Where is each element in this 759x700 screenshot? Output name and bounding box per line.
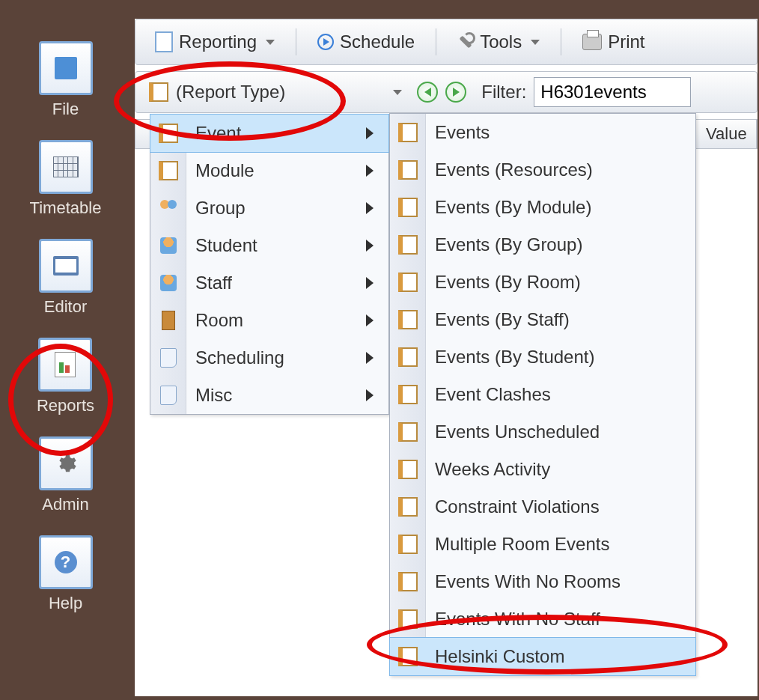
submenu-item-label: Events (By Module) <box>435 197 689 218</box>
submenu-item[interactable]: Events <box>390 114 695 151</box>
submenu-item[interactable]: Events (By Student) <box>390 338 695 376</box>
report-bar: (Report Type) Filter: <box>135 71 758 113</box>
separator <box>561 28 561 55</box>
separator <box>296 28 296 55</box>
menu-item-label: Group <box>195 198 357 219</box>
report-icon <box>398 198 418 217</box>
button-label: Tools <box>480 31 522 52</box>
chevron-down-icon <box>393 90 402 95</box>
menu-item-event[interactable]: Event <box>150 115 388 152</box>
menu-item-label: Staff <box>195 273 357 293</box>
report-type-dropdown[interactable]: (Report Type) <box>141 76 409 108</box>
report-icon <box>398 273 418 292</box>
chevron-right-icon <box>366 389 374 401</box>
report-icon <box>398 385 418 404</box>
menu-gutter <box>150 152 186 189</box>
button-label: Reporting <box>179 31 257 52</box>
menu-item-group[interactable]: Group <box>150 189 388 227</box>
tools-button[interactable]: Tools <box>447 27 550 57</box>
wrench-icon <box>457 34 474 50</box>
sidebar-item-help[interactable]: ? Help <box>39 535 93 613</box>
admin-icon <box>39 436 93 490</box>
schedule-button[interactable]: Schedule <box>307 27 425 57</box>
report-icon <box>398 347 418 367</box>
submenu-item[interactable]: Events (Resources) <box>390 151 695 189</box>
menu-gutter <box>150 115 186 152</box>
menu-gutter <box>150 377 186 414</box>
help-icon: ? <box>39 535 93 589</box>
menu-gutter <box>390 189 426 226</box>
submenu-item-label: Events (By Room) <box>435 272 689 293</box>
nav-back-button[interactable] <box>417 82 438 103</box>
editor-icon <box>39 239 93 293</box>
chevron-down-icon <box>266 40 275 45</box>
sidebar-item-timetable[interactable]: Timetable <box>30 140 102 218</box>
sidebar-item-admin[interactable]: Admin <box>39 436 93 514</box>
timetable-icon <box>39 140 93 194</box>
menu-gutter <box>150 339 186 377</box>
reports-icon <box>38 338 92 392</box>
submenu-item[interactable]: Events With No Staff <box>390 600 695 638</box>
door-icon <box>162 311 175 330</box>
menu-gutter <box>390 526 426 563</box>
submenu-item[interactable]: Multiple Room Events <box>390 526 695 563</box>
submenu-item[interactable]: Event Clashes <box>390 376 695 413</box>
menu-item-scheduling[interactable]: Scheduling <box>150 339 388 377</box>
menu-gutter <box>390 114 426 151</box>
menu-item-room[interactable]: Room <box>150 302 388 339</box>
menu-item-label: Misc <box>195 385 357 406</box>
filter-input[interactable] <box>534 77 691 107</box>
gear-icon <box>55 452 77 475</box>
submenu-item[interactable]: Events (By Staff) <box>390 301 695 338</box>
report-icon <box>159 124 178 143</box>
chevron-right-icon <box>366 165 374 177</box>
report-icon <box>398 535 418 554</box>
submenu-item-label: Weeks Activity <box>435 459 689 480</box>
chevron-right-icon <box>366 277 374 289</box>
report-icon <box>398 160 418 180</box>
left-sidebar: File Timetable Editor Reports Admin ? He… <box>0 0 131 700</box>
sidebar-item-reports[interactable]: Reports <box>37 338 94 416</box>
submenu-item[interactable]: Helsinki Custom <box>390 638 695 675</box>
person-icon <box>160 275 177 291</box>
file-icon <box>39 41 93 95</box>
submenu-item[interactable]: Events Unscheduled <box>390 413 695 451</box>
menu-item-staff[interactable]: Staff <box>150 264 388 302</box>
menu-gutter <box>390 264 426 301</box>
menu-item-label: Scheduling <box>195 347 357 368</box>
submenu-item[interactable]: Events (By Group) <box>390 226 695 264</box>
main-toolbar: Reporting Schedule Tools Print <box>135 19 758 65</box>
menu-item-student[interactable]: Student <box>150 227 388 264</box>
menu-gutter <box>390 151 426 189</box>
menu-gutter <box>390 301 426 338</box>
menu-gutter <box>390 563 426 600</box>
column-header-value[interactable]: Value <box>697 120 757 148</box>
nav-forward-button[interactable] <box>445 82 466 103</box>
reporting-button[interactable]: Reporting <box>144 27 285 57</box>
submenu-item-label: Events (By Group) <box>435 234 689 255</box>
print-button[interactable]: Print <box>572 27 655 57</box>
submenu-item[interactable]: Constraint Violations <box>390 488 695 526</box>
group-icon <box>159 200 178 216</box>
menu-gutter <box>150 189 186 227</box>
menu-item-module[interactable]: Module <box>150 152 388 189</box>
menu-gutter <box>150 227 186 264</box>
menu-gutter <box>150 302 186 339</box>
submenu-item-label: Events (By Staff) <box>435 309 689 330</box>
menu-item-label: Student <box>195 235 357 256</box>
dropdown-label: (Report Type) <box>176 82 285 103</box>
submenu-item-label: Events With No Rooms <box>435 571 689 592</box>
sidebar-item-editor[interactable]: Editor <box>39 239 93 317</box>
sidebar-item-file[interactable]: File <box>39 41 93 119</box>
submenu-item[interactable]: Events With No Rooms <box>390 563 695 600</box>
submenu-item[interactable]: Events (By Room) <box>390 264 695 301</box>
menu-item-misc[interactable]: Misc <box>150 377 388 414</box>
scroll-icon <box>160 386 177 405</box>
menu-gutter <box>390 413 426 451</box>
submenu-item[interactable]: Events (By Module) <box>390 189 695 226</box>
chevron-down-icon <box>531 40 540 45</box>
submenu-item[interactable]: Weeks Activity <box>390 451 695 488</box>
button-label: Print <box>608 31 644 52</box>
play-icon <box>317 34 334 50</box>
report-icon <box>398 647 418 666</box>
